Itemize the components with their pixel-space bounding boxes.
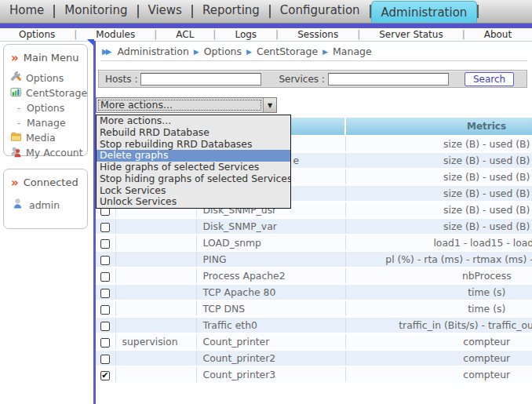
filter-bar: Hosts : Services : Search (98, 70, 527, 88)
connected-username: admin (29, 199, 60, 211)
service-cell: TCP Apache 80 (196, 284, 345, 300)
main-menu-tab-home[interactable]: Home (0, 0, 53, 23)
row-checkbox[interactable] (100, 355, 110, 364)
host-cell (115, 366, 196, 383)
services-label: Services : (279, 74, 324, 85)
sidebar-item-label: Options (27, 102, 64, 114)
sub-menu-item-sessions[interactable]: Sessions (279, 29, 357, 40)
row-checkbox[interactable] (100, 223, 110, 232)
sub-menu-item-modules[interactable]: Modules (77, 29, 154, 40)
host-cell (115, 268, 196, 284)
main-menu-title: » Main Menu (4, 45, 87, 64)
sub-menu-item-server-status[interactable]: Server Status (360, 29, 461, 40)
sidebar-item-label: Manage (27, 117, 66, 129)
service-cell: Process Apache2 (196, 268, 345, 284)
dash-bullet: - (15, 117, 23, 129)
row-checkbox[interactable] (100, 272, 110, 282)
breadcrumb-item-administration[interactable]: Administration (117, 45, 188, 57)
select-cell (96, 317, 115, 333)
sub-menu-item-about[interactable]: About (465, 29, 530, 40)
service-cell: PING (196, 251, 345, 268)
table-header-metrics: Metrics (345, 118, 532, 136)
breadcrumb-item-options[interactable]: Options (204, 45, 242, 57)
chevron-right-icon: » (11, 53, 19, 63)
dropdown-option-rebuild-rrd-database[interactable]: Rebuild RRD Database (97, 127, 290, 139)
service-cell: Disk_SNMP_var (196, 218, 345, 235)
dropdown-option-more-actions[interactable]: More actions... (97, 115, 290, 127)
connected-title-label: Connected (24, 177, 78, 188)
row-checkbox[interactable] (100, 338, 110, 348)
sidebar-item-my-account[interactable]: My Account (4, 145, 87, 160)
table-row: TCP Apache 80time (s) (96, 284, 532, 300)
row-checkbox[interactable] (100, 289, 110, 298)
row-checkbox[interactable] (100, 239, 110, 249)
dropdown-option-stop-rebuilding-rrd-databases[interactable]: Stop rebuilding RRD Databases (97, 139, 290, 151)
sidebar-item-centstorage[interactable]: CentStorage (4, 86, 87, 100)
sidebar-item-options[interactable]: Options (4, 71, 87, 86)
row-checkbox[interactable] (100, 256, 110, 265)
arrow-right-icon: ▶ (194, 48, 199, 56)
service-cell: Count_printer2 (196, 350, 345, 366)
table-row: Disk_SNMP_varsize (B) - used (B) (96, 218, 532, 235)
main-menu-tab-monitoring[interactable]: Monitoring (55, 0, 137, 23)
actions-select[interactable]: More actions... ▼ (96, 97, 277, 113)
chart-icon (10, 86, 22, 100)
sub-menu-item-logs[interactable]: Logs (216, 29, 275, 40)
host-cell (115, 251, 196, 268)
sidebar-item-label: Media (26, 132, 56, 144)
main-menu-tab-reporting[interactable]: Reporting (193, 0, 269, 23)
metrics-cell: time (s) (345, 284, 532, 300)
metrics-cell: compteur (345, 333, 532, 350)
sub-menu-item-options[interactable]: Options (0, 29, 74, 40)
connected-title: » Connected (4, 169, 87, 188)
service-cell: Traffic eth0 (196, 317, 345, 333)
main-menu-tab-configuration[interactable]: Configuration (271, 0, 370, 23)
metrics-cell: traffic_in (Bits/s) - traffic_out (Bits/… (345, 317, 532, 333)
metrics-cell: pl (%) - rta (ms) - rtmax (ms) - rtmin (… (345, 251, 532, 268)
row-checkbox[interactable] (100, 322, 110, 331)
table-row: supervisionCount_printercompteur (96, 333, 532, 350)
sidebar-item-media[interactable]: Media (4, 130, 87, 145)
table-row: LOAD_snmpload1 - load15 - load5 (96, 235, 532, 251)
dropdown-arrow-icon[interactable]: ▼ (263, 98, 276, 112)
dropdown-option-stop-hiding-graphs-of-selected-services[interactable]: Stop hiding graphs of selected Services (97, 173, 290, 185)
hosts-label: Hosts : (105, 74, 137, 85)
host-cell (115, 235, 196, 251)
metrics-cell: compteur (345, 350, 532, 366)
breadcrumb-rule (100, 60, 527, 61)
table-row: Count_printer3compteur (96, 366, 532, 383)
main-menu-tab-administration[interactable]: Administration (371, 1, 478, 23)
hosts-input[interactable] (140, 73, 261, 86)
select-cell (96, 235, 115, 251)
sidebar-items: OptionsCentStorage-Options-ManageMediaMy… (4, 71, 87, 160)
actions-select-value: More actions... (97, 98, 263, 112)
metrics-cell: size (B) - used (B) (345, 136, 532, 152)
host-cell (115, 300, 196, 317)
sub-menu-item-acl[interactable]: ACL (157, 29, 213, 40)
breadcrumb-item-manage[interactable]: Manage (333, 45, 372, 57)
wrench-icon (10, 71, 22, 86)
dropdown-option-unlock-services[interactable]: Unlock Services (97, 196, 290, 208)
main-menu-tab-views[interactable]: Views (139, 0, 191, 23)
select-cell (96, 218, 115, 235)
search-button[interactable]: Search (465, 72, 514, 86)
metrics-cell: size (B) - used (B) (345, 169, 532, 185)
dropdown-option-hide-graphs-of-selected-services[interactable]: Hide graphs of selected Services (97, 162, 290, 173)
connected-user-row: admin (4, 198, 87, 212)
host-cell: supervision (115, 333, 196, 350)
main-menu-title-label: Main Menu (24, 52, 79, 64)
dropdown-option-delete-graphs[interactable]: Delete graphs (97, 150, 290, 162)
sidebar-subitem-manage[interactable]: -Manage (4, 115, 87, 130)
row-checkbox[interactable] (100, 305, 110, 315)
services-input[interactable] (328, 73, 449, 86)
dropdown-option-lock-services[interactable]: Lock Services (97, 185, 290, 197)
metrics-cell: compteur (345, 366, 532, 383)
host-cell (115, 218, 196, 235)
table-row: TCP DNStime (s) (96, 300, 532, 317)
sidebar-subitem-options[interactable]: -Options (4, 100, 87, 115)
breadcrumb-item-centstorage[interactable]: CentStorage (257, 45, 318, 57)
row-checkbox[interactable] (100, 371, 110, 380)
arrow-right-icon: ▶ (246, 48, 252, 56)
select-cell (96, 333, 115, 350)
host-cell (115, 317, 196, 333)
